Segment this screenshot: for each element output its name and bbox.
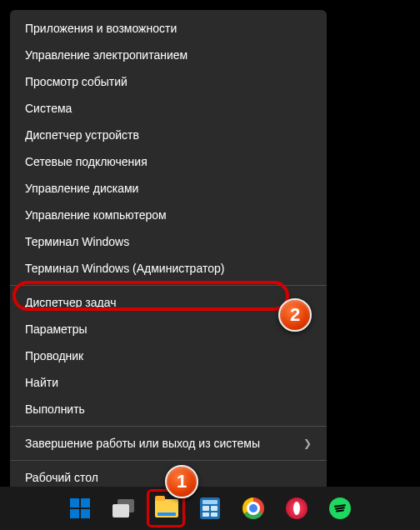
menu-item-run[interactable]: Выполнить [10, 396, 327, 422]
chrome-icon [242, 498, 264, 519]
menu-label: Система [25, 102, 72, 115]
windows-logo-icon [70, 498, 90, 518]
menu-label: Диспетчер устройств [25, 128, 139, 142]
menu-label: Завершение работы или выход из системы [25, 437, 260, 450]
menu-label: Найти [25, 376, 58, 389]
menu-item-terminal[interactable]: Терминал Windows [10, 228, 327, 255]
menu-label: Выполнить [25, 402, 85, 416]
chevron-right-icon: ❯ [303, 438, 312, 449]
menu-item-apps-features[interactable]: Приложения и возможности [10, 15, 327, 42]
menu-separator [10, 426, 327, 427]
menu-separator [10, 460, 327, 461]
menu-item-network-connections[interactable]: Сетевые подключения [10, 148, 327, 175]
spotify-button[interactable] [322, 491, 358, 526]
folder-icon [155, 499, 178, 518]
menu-label: Терминал Windows [25, 235, 129, 248]
task-view-button[interactable] [106, 491, 141, 526]
menu-label: Параметры [25, 322, 88, 336]
menu-item-device-manager[interactable]: Диспетчер устройств [10, 122, 327, 148]
chrome-button[interactable] [236, 491, 271, 526]
menu-item-system[interactable]: Система [10, 95, 327, 122]
calculator-icon [200, 498, 220, 519]
menu-item-computer-management[interactable]: Управление компьютером [10, 202, 327, 228]
menu-separator [10, 285, 327, 286]
file-explorer-button[interactable] [149, 491, 184, 526]
menu-item-search[interactable]: Найти [10, 369, 327, 396]
winx-context-menu: Приложения и возможности Управление элек… [10, 10, 327, 496]
menu-label: Диспетчер задач [25, 296, 117, 309]
menu-item-disk-management[interactable]: Управление дисками [10, 175, 327, 202]
menu-item-terminal-admin[interactable]: Терминал Windows (Администратор) [10, 255, 327, 282]
menu-label: Управление дисками [25, 182, 138, 195]
menu-label: Просмотр событий [25, 75, 128, 88]
menu-label: Управление компьютером [25, 208, 167, 222]
opera-button[interactable] [279, 491, 314, 526]
calculator-button[interactable] [192, 491, 228, 526]
menu-item-power-options[interactable]: Управление электропитанием [10, 42, 327, 68]
menu-item-shutdown-signout[interactable]: Завершение работы или выход из системы ❯ [10, 430, 327, 457]
menu-item-event-viewer[interactable]: Просмотр событий [10, 68, 327, 95]
menu-label: Приложения и возможности [25, 22, 177, 35]
task-view-icon [112, 499, 134, 518]
spotify-icon [329, 498, 351, 519]
menu-item-task-manager[interactable]: Диспетчер задач [10, 289, 327, 316]
menu-item-settings[interactable]: Параметры [10, 316, 327, 342]
menu-item-file-explorer[interactable]: Проводник [10, 342, 327, 369]
start-button[interactable] [62, 491, 98, 526]
menu-label: Сетевые подключения [25, 155, 148, 168]
menu-label: Проводник [25, 349, 83, 362]
menu-label: Рабочий стол [25, 471, 98, 484]
menu-label: Управление электропитанием [25, 48, 188, 62]
taskbar [0, 487, 420, 530]
opera-icon [286, 498, 308, 519]
menu-label: Терминал Windows (Администратор) [25, 262, 224, 275]
